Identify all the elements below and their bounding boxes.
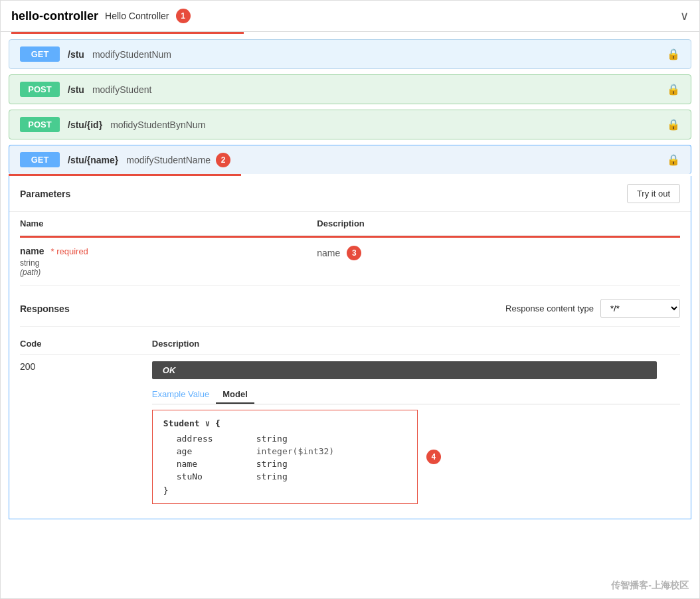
model-field-name: name — [177, 459, 256, 469]
tab-model[interactable]: Model — [216, 386, 254, 404]
ok-badge: OK — [152, 361, 657, 379]
param-name-col: name * required string (path) — [20, 246, 317, 277]
endpoint-path-active: /stu/{name} — [68, 155, 118, 165]
method-badge-get-2: GET — [20, 152, 60, 167]
model-close-brace: } — [163, 485, 406, 495]
params-table: Name Description name * required string … — [9, 212, 691, 286]
method-badge-post-2: POST — [20, 117, 60, 132]
panel-header: Parameters Try it out — [9, 176, 691, 212]
responses-header: Responses Response content type */* — [20, 294, 680, 327]
col-header-desc: Description — [317, 218, 680, 228]
content-type-label: Response content type — [505, 303, 594, 313]
badge-2: 2 — [216, 153, 230, 167]
tabs-row: Example Value Model — [152, 386, 680, 404]
expanded-panel: Parameters Try it out Name Description n… — [9, 176, 691, 519]
endpoint-path-2: /stu — [68, 84, 84, 95]
response-desc-200: OK Example Value Model Student ∨ — [152, 361, 680, 504]
main-container: hello-controller Hello Controller 1 ∨ GE… — [0, 0, 700, 599]
param-desc-text: name — [317, 248, 340, 258]
endpoint-desc-2: modifyStudent — [92, 84, 152, 95]
model-field-name: address — [177, 434, 256, 444]
param-required: * required — [50, 246, 88, 256]
endpoint-path-3: /stu/{id} — [68, 120, 102, 130]
model-field-name: age — [177, 446, 256, 456]
badge-4: 4 — [426, 450, 441, 464]
endpoint-row-post-stu-id[interactable]: POST /stu/{id} mofidyStudentBynNum 🔒 — [9, 110, 691, 139]
collapse-icon[interactable]: ∨ — [680, 9, 689, 23]
model-fields: addressstringageinteger($int32)namestrin… — [163, 432, 406, 483]
content-type-group: Response content type */* — [505, 299, 680, 318]
endpoint-row-post-stu[interactable]: POST /stu modifyStudent 🔒 — [9, 74, 691, 104]
code-col-header: Code — [20, 339, 152, 349]
model-field-type: string — [256, 434, 288, 444]
model-title-text: Student — [163, 418, 200, 428]
model-field-row: addressstring — [163, 432, 406, 445]
responses-section: Responses Response content type */* Code… — [9, 286, 691, 511]
method-badge-post-1: POST — [20, 82, 60, 97]
parameters-title: Parameters — [20, 189, 70, 199]
badge-3: 3 — [347, 246, 361, 260]
model-field-row: stuNostring — [163, 470, 406, 483]
endpoint-row-get-stu-name[interactable]: GET /stu/{name} modifyStudentName 2 🔒 — [9, 145, 691, 174]
model-open-brace: { — [215, 418, 220, 428]
method-badge-get-1: GET — [20, 46, 60, 62]
lock-icon-2: 🔒 — [667, 83, 680, 96]
endpoint-desc-active: modifyStudentName — [126, 155, 211, 165]
col-header-name: Name — [20, 218, 317, 228]
controller-subtitle: Hello Controller — [105, 11, 169, 21]
model-field-name: stuNo — [177, 471, 256, 481]
response-table: Code Description 200 OK Example Value Mo… — [20, 333, 680, 511]
response-code-200: 200 — [20, 361, 152, 372]
param-name: name — [20, 246, 44, 256]
watermark: 传智播客-上海校区 — [611, 580, 689, 592]
lock-icon-1: 🔒 — [667, 48, 680, 60]
model-field-type: string — [256, 459, 288, 469]
model-field-type: integer($int32) — [256, 446, 334, 456]
endpoint-desc-3: mofidyStudentBynNum — [110, 120, 205, 130]
content-type-select[interactable]: */* — [600, 299, 680, 318]
param-desc-col: name 3 — [317, 246, 680, 260]
badge-1: 1 — [176, 9, 191, 23]
param-type: string — [20, 258, 317, 268]
model-field-row: namestring — [163, 458, 406, 470]
param-location: (path) — [20, 268, 317, 277]
params-header-row: Name Description — [20, 212, 680, 236]
tab-example-value[interactable]: Example Value — [152, 386, 216, 404]
response-row-200: 200 OK Example Value Model — [20, 355, 680, 511]
controller-title: hello-controller — [11, 9, 98, 23]
model-field-row: ageinteger($int32) — [163, 445, 406, 458]
endpoint-path-1: /stu — [68, 49, 84, 60]
model-expand-icon[interactable]: ∨ — [205, 418, 210, 428]
ok-text: OK — [163, 365, 176, 375]
model-title: Student ∨ { — [163, 418, 406, 428]
endpoint-row-get-stu[interactable]: GET /stu modifyStudentNum 🔒 — [9, 39, 691, 69]
controller-title-group: hello-controller Hello Controller 1 — [11, 9, 191, 23]
model-field-type: string — [256, 471, 288, 481]
annotation-line-1 — [11, 32, 244, 34]
lock-icon-3: 🔒 — [667, 118, 680, 131]
endpoint-desc-1: modifyStudentNum — [92, 49, 171, 60]
lock-icon-active: 🔒 — [667, 153, 680, 166]
model-box: Student ∨ { addressstringageinteger($int… — [152, 410, 418, 504]
responses-title: Responses — [20, 303, 70, 314]
response-table-header: Code Description — [20, 333, 680, 355]
controller-header: hello-controller Hello Controller 1 ∨ — [1, 1, 699, 32]
params-data-row: name * required string (path) name 3 — [20, 238, 680, 286]
try-it-out-button[interactable]: Try it out — [627, 184, 680, 203]
desc-col-header: Description — [152, 339, 680, 349]
